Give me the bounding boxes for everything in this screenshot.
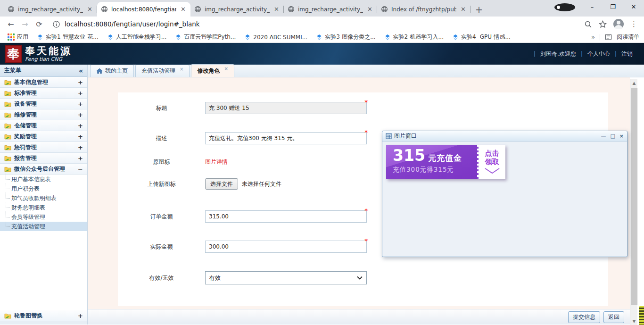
tab-edit-role[interactable]: 修改角色 × [191,64,234,77]
apps-shortcut[interactable]: 应用 [5,33,31,41]
image-detail-link[interactable]: 图片详情 [205,158,228,166]
sidebar-subitem-user-info[interactable]: 用户基本信息表 [0,175,87,184]
scroll-up-icon[interactable]: ▲ [630,79,638,87]
tab-close-icon[interactable]: ✕ [86,6,93,13]
bookmark-item[interactable]: 人工智能全栈学习... [104,33,169,41]
browser-tab[interactable]: Index of /ftnygzhtp/public/ ✕ [377,2,471,17]
folder-icon [4,166,11,172]
sidebar-subitem-user-points[interactable]: 用户积分表 [0,184,87,193]
window-close-button[interactable]: ✕ [623,0,644,14]
bookmark-item[interactable]: 实验4- GPU-情感... [449,33,513,41]
sidebar-collapse-icon[interactable]: « [79,67,83,75]
browser-profile-icon[interactable] [554,3,575,11]
sidebar-item-penalty[interactable]: 惩罚管理 + [0,142,87,153]
reload-icon[interactable]: ⟳ [33,18,45,30]
required-marker: * [364,129,368,136]
menu-dots-icon[interactable]: ⋮ [630,20,637,28]
profile-center-link[interactable]: 个人中心 [583,50,615,58]
bookmark-item[interactable]: 2020 ABC SUMMI... [241,34,310,41]
tab-close-icon[interactable]: ✕ [180,6,187,13]
window-maximize-button[interactable]: ❐ [603,0,623,14]
tab-recharge-activity[interactable]: 充值活动管理 × [135,65,190,77]
expand-plus-icon[interactable]: + [78,111,83,118]
tab-title: img_recharge_activity_001. [18,6,83,13]
zoom-icon[interactable] [584,20,592,28]
tab-close-icon[interactable]: ✕ [273,6,280,13]
reading-list-icon[interactable] [605,33,612,41]
coupon-left-panel: 315 元充值金 充值300元得315元 [386,145,477,179]
expand-plus-icon[interactable]: + [78,100,83,108]
reading-list-label[interactable]: 阅读清单 [617,33,639,41]
bookmarks-overflow-icon[interactable]: » [591,33,595,41]
expand-plus-icon[interactable]: + [78,79,83,86]
sidebar-item-standard[interactable]: 标准管理 + [0,88,87,99]
bookmark-favicon-icon [175,34,182,41]
logo-glyph: 奉 [8,46,20,62]
tab-close-icon[interactable]: × [224,66,228,71]
title-input[interactable] [205,102,367,114]
sidebar-item-reward[interactable]: 奖励管理 + [0,131,87,142]
sidebar-item-report[interactable]: 报告管理 + [0,153,87,164]
browser-tab[interactable]: img_recharge_activity_001. ✕ [4,2,97,17]
expand-plus-icon[interactable]: + [78,122,83,129]
bookmark-star-icon[interactable] [599,20,607,28]
subitem-label: 会员等级管理 [11,213,45,221]
sidebar-item-equipment[interactable]: 设备管理 + [0,99,87,109]
tab-my-home[interactable]: 我的主页 [90,65,134,77]
expand-plus-icon[interactable]: + [78,90,83,97]
popup-title-bar[interactable]: 图片窗口 — □ × [382,131,627,142]
scroll-down-icon[interactable]: ▼ [630,317,638,325]
page-scrollbar[interactable]: ▲ ▼ [630,79,637,325]
validity-select[interactable]: 有效 [205,271,367,284]
info-icon[interactable] [53,21,60,28]
popup-close-button[interactable]: × [619,133,624,139]
back-button[interactable]: 返回 [603,311,624,323]
sidebar-subitem-member-level[interactable]: 会员等级管理 [0,212,87,222]
sidebar-item-maintenance[interactable]: 维修管理 + [0,109,87,120]
description-input[interactable] [205,132,367,144]
order-amount-input[interactable] [205,210,367,223]
required-marker: * [364,99,368,106]
browser-tab[interactable]: img_recharge_activity_001. ✕ [284,2,377,17]
url-text[interactable]: localhost:8080/fengtian/user/login#_blan… [65,20,200,28]
expand-plus-icon[interactable]: + [78,133,83,140]
bookmark-item[interactable]: 实验1-智慧农业-花... [34,33,101,41]
actual-amount-input[interactable] [205,241,367,253]
new-tab-button[interactable]: + [471,4,488,17]
sidebar-subitem-gas-collection[interactable]: 加气员收款明细表 [0,193,87,203]
address-bar[interactable]: localhost:8080/fengtian/user/login#_blan… [47,17,582,31]
popup-minimize-button[interactable]: — [601,133,606,139]
browser-tab[interactable]: img_recharge_activity_003. ✕ [190,2,284,17]
bookmark-item[interactable]: 百度云智学院Pyth... [172,33,239,41]
expand-plus-icon[interactable]: + [78,144,83,151]
file-status-text: 未选择任何文件 [242,180,281,188]
profile-avatar[interactable] [613,19,624,29]
expand-plus-icon[interactable]: + [78,312,83,319]
browser-tab-active[interactable]: localhost:8080/fengtian/us ✕ [97,2,190,17]
sidebar-item-carousel[interactable]: 轮番图替换 + [0,310,87,321]
tab-close-icon[interactable]: × [180,67,183,72]
forward-icon[interactable]: → [19,18,31,30]
subitem-label: 用户基本信息表 [11,175,51,183]
tab-close-icon[interactable]: ✕ [460,6,467,13]
choose-file-button[interactable]: 选择文件 [205,178,238,190]
scrollbar-thumb[interactable] [631,88,637,305]
collapse-minus-icon[interactable]: − [78,166,83,173]
popup-maximize-button[interactable]: □ [610,133,615,139]
back-icon[interactable]: ← [5,18,17,30]
expand-plus-icon[interactable]: + [78,155,83,162]
sidebar-item-wechat-admin[interactable]: 微信公众号后台管理 − [0,164,87,175]
sidebar-item-warehouse[interactable]: 仓储管理 + [0,120,87,131]
sidebar-item-label: 设备管理 [14,100,37,108]
bookmark-item[interactable]: 实验3-图像分类之... [313,33,378,41]
tab-close-icon[interactable]: ✕ [366,6,373,13]
sidebar-item-basic-info[interactable]: 基本信息管理 + [0,77,87,88]
sidebar-subitem-finance-detail[interactable]: 财务总明细表 [0,203,87,212]
logout-link[interactable]: 注销 [617,50,637,58]
sidebar-subitem-recharge-activity[interactable]: 充值活动管理 [0,222,87,231]
bookmark-favicon-icon [384,34,391,41]
image-popup-window[interactable]: 图片窗口 — □ × 315 元充值金 充值300元得315元 点击 [382,131,627,257]
submit-button[interactable]: 提交信息 [568,311,600,323]
window-minimize-button[interactable]: – [582,0,603,14]
bookmark-item[interactable]: 实验2-机器学习入... [381,33,446,41]
